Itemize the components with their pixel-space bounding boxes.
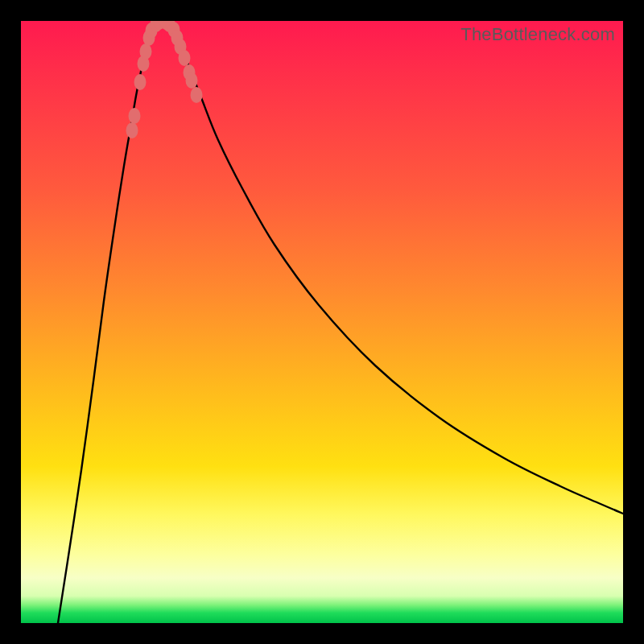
chart-frame: TheBottleneck.com: [0, 0, 644, 644]
chart-plot-area: TheBottleneck.com: [21, 21, 623, 623]
data-marker: [140, 43, 152, 60]
data-marker: [126, 122, 138, 138]
data-marker: [186, 72, 198, 89]
curve-left: [58, 21, 158, 623]
data-marker: [134, 74, 147, 90]
chart-svg: [21, 21, 623, 623]
data-marker: [179, 50, 191, 66]
curve-right: [170, 21, 623, 514]
data-marker: [191, 87, 203, 103]
data-marker: [129, 108, 141, 124]
data-markers: [126, 21, 203, 138]
